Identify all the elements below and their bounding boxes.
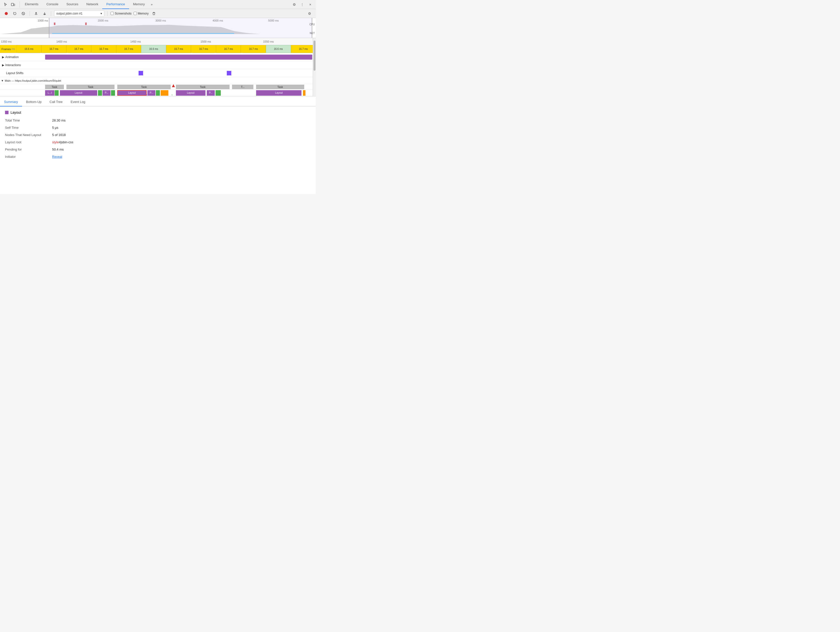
subtask-layout3: Layout [256, 90, 302, 96]
subtask-orange2 [303, 90, 306, 96]
frame-8: 16.7 ms [191, 45, 216, 53]
settings-icon[interactable]: ⚙ [291, 1, 298, 8]
subtask-row: L...t Layout P... Layout P... Layout P..… [0, 90, 316, 96]
task-6: Task [256, 85, 304, 89]
task-labels-row: Task Task Task Task T... Task [0, 84, 316, 90]
download-button[interactable] [41, 10, 48, 17]
tab-console[interactable]: Console [43, 0, 62, 9]
tab-call-tree[interactable]: Call Tree [46, 98, 67, 106]
task-2: Task [66, 85, 115, 89]
device-toggle-icon[interactable] [9, 1, 17, 8]
layout-root-label: Layout root [5, 140, 50, 144]
tick-3 [147, 94, 147, 96]
interactions-expand-icon: ▶ [2, 63, 4, 67]
frame-4: 16.7 ms [91, 45, 116, 53]
summary-self-time-row: Self Time 5 μs [5, 126, 311, 129]
tick-2 [98, 94, 99, 96]
close-icon[interactable]: × [307, 1, 314, 8]
animation-expand-icon: ▶ [2, 55, 4, 59]
frame-2: 16.7 ms [41, 45, 66, 53]
scrollbar-thumb[interactable] [314, 41, 316, 71]
task-1: Task [45, 85, 64, 89]
memory-checkbox[interactable] [134, 12, 137, 15]
more-options-icon[interactable]: ⋮ [299, 1, 306, 8]
screenshots-checkbox[interactable] [111, 12, 114, 15]
subtask-layout-selected[interactable]: Layout [117, 90, 147, 96]
tl-time-1350: 1350 ms [1, 40, 11, 43]
subtask-track: L...t Layout P... Layout P... Layout P..… [45, 90, 312, 96]
frame-3: 16.7 ms [66, 45, 92, 53]
tab-elements[interactable]: Elements [21, 0, 43, 9]
cpu-label: CPU [309, 23, 315, 26]
summary-initiator-row: Initiator Reveal [5, 155, 311, 159]
tab-more[interactable]: » [149, 0, 155, 9]
tab-sources[interactable]: Sources [62, 0, 82, 9]
bottom-panel: Summary Bottom-Up Call Tree Event Log La… [0, 96, 316, 194]
upload-button[interactable] [33, 10, 39, 17]
layout-shifts-row: Layout Shifts [0, 69, 316, 77]
tab-summary[interactable]: Summary [0, 98, 22, 106]
layout-shift-1 [139, 71, 143, 76]
dropdown-icon: ▾ [101, 12, 102, 15]
main-thread-label: ▼ Main — https://output.jsbin.com/elisum… [0, 79, 63, 82]
summary-content: Layout Total Time 28.30 ms Self Time 5 μ… [0, 106, 316, 194]
main-expand-icon: ▼ [1, 79, 4, 82]
overview-area[interactable]: 1000 ms 2000 ms 3000 ms 4000 ms 5000 ms … [0, 18, 316, 38]
pending-for-value: 50.4 ms [52, 148, 64, 151]
layout-shifts-track [45, 69, 312, 77]
total-time-value: 28.30 ms [52, 118, 65, 122]
frames-track: 16.6 ms 16.7 ms 16.7 ms 16.7 ms 16.7 ms … [17, 45, 316, 53]
nodes-label: Nodes That Need Layout [5, 133, 50, 137]
frame-11: 16.6 ms [266, 45, 291, 53]
subtask-layout2: Layout [176, 90, 205, 96]
selected-region [49, 18, 312, 38]
subtask-p3: P... [103, 90, 111, 96]
toolbar-separator-3 [107, 11, 107, 16]
summary-title: Layout [5, 110, 311, 115]
reload-profile-button[interactable] [11, 10, 18, 17]
frames-row: Frames ms 16.6 ms 16.7 ms 16.7 ms 16.7 m… [0, 45, 316, 53]
frame-9: 16.7 ms [216, 45, 241, 53]
clear-button[interactable] [20, 10, 27, 17]
layout-root-id: #jsbin-css [59, 140, 73, 144]
reveal-link[interactable]: Reveal [52, 155, 62, 159]
summary-total-time-row: Total Time 28.30 ms [5, 118, 311, 122]
summary-layout-root-row: Layout root style#jsbin-css [5, 140, 311, 144]
tab-memory[interactable]: Memory [129, 0, 149, 9]
bottom-tabs: Summary Bottom-Up Call Tree Event Log [0, 96, 316, 106]
interactions-row: ▶ Interactions [0, 61, 316, 69]
subtask-lt[interactable]: L...t [45, 90, 54, 96]
subtask-layout1: Layout [60, 90, 97, 96]
task-5: T... [232, 85, 253, 89]
self-time-value: 5 μs [52, 126, 58, 129]
frame-12: 16.7 ms [291, 45, 316, 53]
frame-5: 16.7 ms [116, 45, 141, 53]
interactions-toggle[interactable]: ▶ Interactions [0, 61, 45, 69]
vertical-scrollbar[interactable] [313, 38, 316, 96]
tl-time-1500: 1500 ms [201, 40, 211, 43]
tab-event-log[interactable]: Event Log [67, 98, 90, 106]
timeline-ruler: 1350 ms 1400 ms 1450 ms 1500 ms 1550 ms [0, 38, 316, 45]
screenshots-label[interactable]: Screenshots [115, 12, 131, 15]
capture-settings-button[interactable]: ⚙ [306, 10, 313, 17]
style-keyword: style [52, 140, 59, 144]
tab-separator [19, 2, 20, 8]
summary-pending-row: Pending for 50.4 ms [5, 148, 311, 151]
url-selector[interactable]: output.jsbin.com #1 ▾ [54, 10, 104, 17]
tab-bottom-up[interactable]: Bottom-Up [22, 98, 46, 106]
animation-toggle[interactable]: ▶ Animation [0, 53, 45, 61]
tab-network[interactable]: Network [82, 0, 103, 9]
task-4: Task [176, 85, 229, 89]
cursor-icon[interactable] [2, 1, 9, 8]
memory-label[interactable]: Memory [138, 12, 148, 15]
svg-point-2 [5, 12, 8, 15]
tl-time-1450: 1450 ms [130, 40, 141, 43]
initiator-label: Initiator [5, 155, 50, 159]
subtask-green2 [156, 90, 160, 96]
nodes-value: 5 of 1618 [52, 133, 66, 137]
tab-performance[interactable]: Performance [102, 0, 129, 9]
trash-button[interactable] [151, 10, 157, 17]
layout-shifts-label: Layout Shifts [0, 71, 45, 75]
record-button[interactable] [3, 10, 9, 17]
task-3: Task [117, 85, 171, 89]
